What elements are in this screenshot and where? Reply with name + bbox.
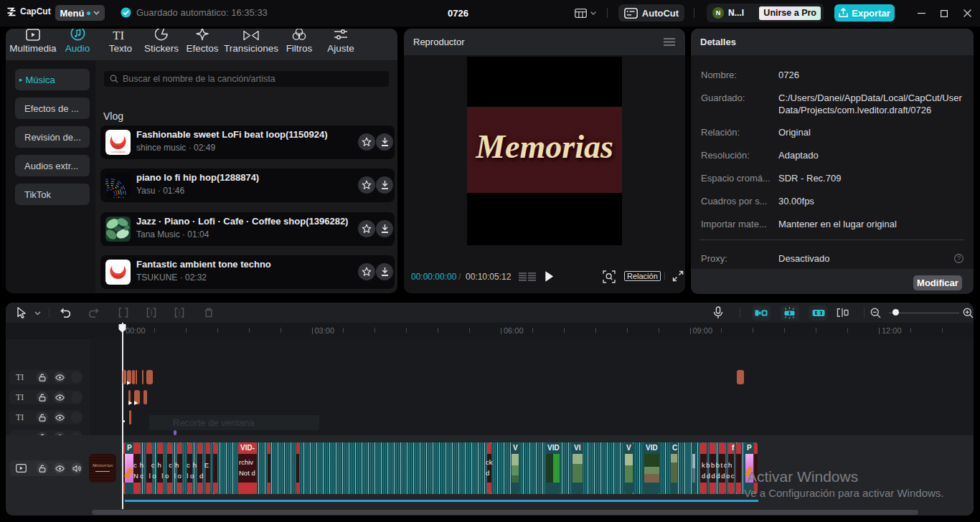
svg-text:TI: TI — [113, 29, 124, 41]
svg-text:?: ? — [957, 255, 961, 262]
svg-text:audiostock: audiostock — [110, 150, 126, 153]
